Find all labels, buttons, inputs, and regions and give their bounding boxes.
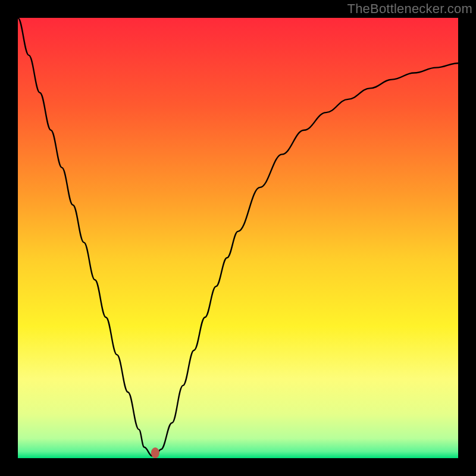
bottleneck-chart xyxy=(18,18,458,458)
chart-frame: TheBottleneсker.com xyxy=(0,0,476,476)
gradient-background xyxy=(18,18,458,458)
plot-area xyxy=(18,18,458,458)
watermark-text: TheBottleneсker.com xyxy=(347,1,472,17)
minimum-marker xyxy=(151,447,159,458)
